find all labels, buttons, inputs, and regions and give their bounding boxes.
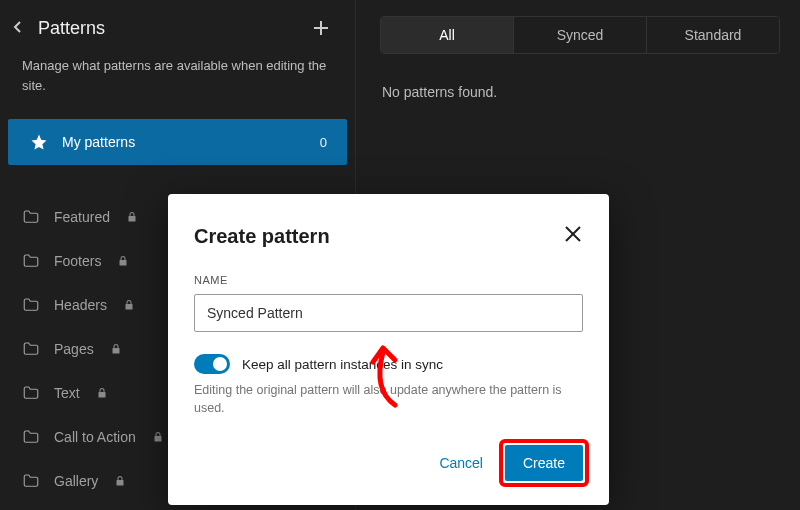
toggle-knob (213, 357, 227, 371)
close-button[interactable] (563, 224, 583, 248)
name-field-label: NAME (194, 274, 583, 286)
sync-toggle-row: Keep all pattern instances in sync (194, 354, 583, 374)
sync-toggle-help: Editing the original pattern will also u… (194, 382, 583, 417)
create-button-wrap: Create (505, 445, 583, 481)
close-icon (563, 224, 583, 244)
modal-title: Create pattern (194, 225, 330, 248)
modal-actions: Cancel Create (194, 445, 583, 481)
sync-toggle-label: Keep all pattern instances in sync (242, 357, 443, 372)
sync-toggle[interactable] (194, 354, 230, 374)
modal-header: Create pattern (194, 224, 583, 248)
create-pattern-modal: Create pattern NAME Keep all pattern ins… (168, 194, 609, 505)
pattern-name-input[interactable] (194, 294, 583, 332)
create-button[interactable]: Create (505, 445, 583, 481)
cancel-button[interactable]: Cancel (425, 447, 497, 479)
